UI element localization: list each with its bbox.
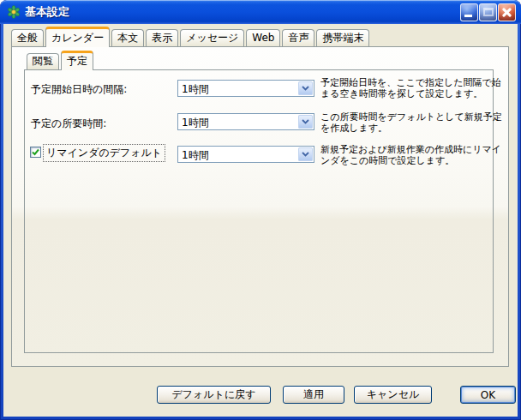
tab-message[interactable]: メッセージ <box>180 29 244 46</box>
tab-calendar[interactable]: カレンダー <box>45 27 110 47</box>
app-icon <box>7 5 21 19</box>
duration-select[interactable]: 1時間 <box>177 113 314 130</box>
tab-voice[interactable]: 音声 <box>282 29 314 46</box>
preferences-window: 基本設定 全般 カレンダー 本文 表示 メッセージ Web 音声 携帯端末 閲覧… <box>0 0 521 420</box>
close-button[interactable] <box>498 3 516 21</box>
chevron-down-icon[interactable] <box>298 81 313 95</box>
tab-web[interactable]: Web <box>246 29 280 46</box>
reminder-time-value: 1時間 <box>182 148 209 163</box>
reminder-time-select[interactable]: 1時間 <box>177 146 314 163</box>
titlebar[interactable]: 基本設定 <box>0 0 521 24</box>
ok-button[interactable]: OK <box>460 386 516 404</box>
cancel-button[interactable]: キャンセル <box>354 386 432 404</box>
chevron-down-icon[interactable] <box>298 147 313 161</box>
start-interval-label: 予定開始日時の間隔: <box>31 82 127 97</box>
checkmark-icon <box>31 147 40 157</box>
window-title: 基本設定 <box>25 4 69 20</box>
maximize-icon <box>483 8 494 16</box>
restore-defaults-button[interactable]: デフォルトに戻す <box>157 386 271 404</box>
start-interval-description: 予定開始日時を、ここで指定した間隔で始まる空き時間帯を探して設定します。 <box>320 77 502 99</box>
duration-label: 予定の所要時間: <box>31 117 106 131</box>
apply-button[interactable]: 適用 <box>283 386 344 404</box>
tab-body-text[interactable]: 本文 <box>111 29 144 46</box>
tab-display[interactable]: 表示 <box>146 29 178 46</box>
reminder-default-label[interactable]: リマインダのデフォルト <box>43 144 165 162</box>
tab-mobile[interactable]: 携帯端末 <box>316 29 369 46</box>
duration-value: 1時間 <box>182 116 209 130</box>
subtab-schedule[interactable]: 予定 <box>61 51 93 70</box>
sub-tab-strip: 閲覧 予定 <box>27 51 95 70</box>
subtab-browse[interactable]: 閲覧 <box>27 53 59 69</box>
main-tab-strip: 全般 カレンダー 本文 表示 メッセージ Web 音声 携帯端末 <box>11 27 371 47</box>
reminder-default-checkbox[interactable] <box>30 147 41 158</box>
start-interval-value: 1時間 <box>182 82 209 97</box>
minimize-button[interactable] <box>460 3 478 21</box>
minimize-icon <box>464 15 472 17</box>
reminder-description: 新規予定および新規作業の作成時にリマインダをこの時間で設定します。 <box>320 144 502 166</box>
duration-description: この所要時間をデフォルトとして新規予定を作成します。 <box>320 111 502 134</box>
tab-general[interactable]: 全般 <box>11 29 44 46</box>
maximize-button[interactable] <box>479 3 497 21</box>
chevron-down-icon[interactable] <box>298 115 313 129</box>
start-interval-select[interactable]: 1時間 <box>177 80 314 97</box>
